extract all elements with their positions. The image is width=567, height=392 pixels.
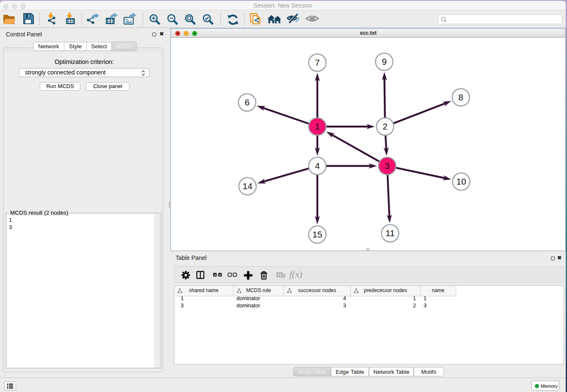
svg-text:15: 15 xyxy=(312,229,322,239)
svg-text:6: 6 xyxy=(245,97,250,107)
svg-text:9: 9 xyxy=(382,57,387,66)
svg-text:14: 14 xyxy=(242,181,253,191)
svg-text:4: 4 xyxy=(315,161,320,171)
svg-text:8: 8 xyxy=(458,92,463,102)
svg-text:10: 10 xyxy=(456,177,466,186)
svg-text:2: 2 xyxy=(383,121,388,131)
svg-text:1: 1 xyxy=(315,121,320,131)
svg-text:7: 7 xyxy=(315,58,320,67)
svg-text:3: 3 xyxy=(385,161,390,171)
svg-text:11: 11 xyxy=(385,228,395,238)
